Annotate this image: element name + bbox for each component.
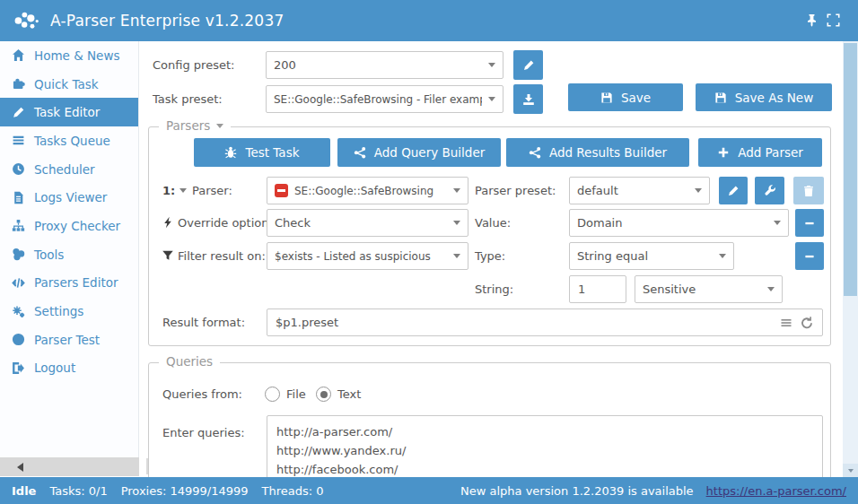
input-value: 1 (578, 282, 617, 296)
download-icon (522, 93, 535, 106)
filter-icon (162, 249, 174, 262)
sidebar-item-task-editor[interactable]: Task Editor (0, 98, 138, 126)
override-value-select[interactable]: Domain (569, 209, 789, 237)
filter-string-label: String: (475, 275, 513, 303)
sidebar-item-logout[interactable]: Logout (0, 354, 138, 383)
caret-down-icon (216, 124, 223, 128)
update-link[interactable]: https://en.a-parser.com/ (706, 484, 846, 498)
menu-icon[interactable] (779, 317, 793, 329)
parser-label: Parser: (192, 177, 232, 204)
sidebar-item-home-news[interactable]: Home & News (0, 41, 138, 70)
config-preset-select[interactable]: 200 (266, 51, 503, 79)
parsers-section: Parsers Test Task Add Query Builder Add … (148, 126, 831, 346)
override-option-select[interactable]: Check (267, 209, 468, 237)
save-as-new-button[interactable]: Save As New (696, 83, 832, 111)
filter-type-select[interactable]: String equal (569, 242, 734, 270)
minus-icon (803, 217, 816, 230)
target-icon (12, 333, 25, 346)
sidebar-item-quick-task[interactable]: Quick Task (0, 70, 138, 99)
queries-from-file-radio[interactable] (265, 387, 280, 402)
add-results-builder-button[interactable]: Add Results Builder (506, 138, 689, 167)
caret-down-icon (695, 188, 702, 193)
update-notice: New alpha version 1.2.2039 is available (460, 484, 694, 498)
parser-preset-label: Parser preset: (475, 177, 556, 204)
sidebar-item-scheduler[interactable]: Scheduler (0, 155, 138, 184)
pin-icon[interactable] (805, 13, 819, 27)
status-state: Idle (12, 484, 36, 498)
selected-value: Check (275, 216, 447, 230)
text-radio-label[interactable]: Text (337, 380, 361, 408)
wrench-icon (764, 185, 776, 197)
selected-value: 200 (274, 58, 482, 72)
remove-override-button[interactable] (795, 209, 824, 237)
vertical-scrollbar-thumb[interactable] (844, 43, 857, 296)
floppy-icon (600, 91, 613, 104)
code-icon (12, 276, 25, 290)
sidebar-item-settings[interactable]: Settings (0, 297, 138, 326)
sidebar-item-label: Task Editor (34, 105, 100, 119)
edit-config-preset-button[interactable] (513, 50, 543, 80)
sidebar: Home & News Quick Task Task Editor Tasks… (0, 41, 139, 457)
sidebar-item-tools[interactable]: Tools (0, 240, 138, 269)
parsers-legend-label: Parsers (166, 118, 210, 133)
selected-value: String equal (577, 249, 713, 263)
caret-down-icon (774, 221, 781, 225)
minus-icon (803, 250, 816, 263)
parser-index: 1: (162, 177, 175, 204)
queries-from-label: Queries from: (162, 380, 242, 408)
app-header: A-Parser Enterprise v1.2.2037 (0, 0, 858, 41)
selected-value: Domain (577, 216, 767, 230)
list-icon (12, 134, 25, 147)
save-button[interactable]: Save (568, 83, 683, 111)
parsers-legend[interactable]: Parsers (159, 118, 231, 133)
fullscreen-icon[interactable] (827, 13, 840, 27)
scroll-down-button[interactable] (843, 464, 858, 477)
task-preset-select[interactable]: SE::Google::SafeBrowsing - Filer example (266, 85, 503, 113)
sidebar-item-label: Scheduler (34, 162, 95, 177)
override-option-label: Override option: (178, 209, 273, 237)
test-task-button[interactable]: Test Task (194, 138, 330, 167)
undo-icon[interactable] (800, 316, 814, 330)
queries-legend-label: Queries (166, 354, 213, 369)
add-query-builder-button[interactable]: Add Query Builder (337, 138, 501, 167)
queries-from-text-radio[interactable] (316, 387, 331, 402)
filter-result-select[interactable]: $exists - Listed as suspicious (267, 242, 468, 270)
parser-options-button[interactable] (755, 177, 784, 204)
parser-preset-select[interactable]: default (569, 177, 710, 204)
collapse-parser-icon[interactable] (179, 188, 187, 193)
bug-icon (224, 146, 237, 159)
share-icon (529, 146, 541, 159)
sidebar-item-parsers-editor[interactable]: Parsers Editor (0, 269, 138, 298)
filter-string-input[interactable]: 1 (569, 275, 626, 303)
document-icon (12, 191, 25, 204)
result-format-input[interactable]: $p1.preset (267, 308, 823, 336)
sidebar-collapse-bar[interactable] (0, 457, 139, 476)
sidebar-item-label: Parser Test (34, 333, 100, 347)
sidebar-item-proxy-checker[interactable]: Proxy Checker (0, 212, 138, 240)
delete-parser-button[interactable] (793, 177, 824, 204)
enter-queries-label: Enter queries: (162, 419, 245, 447)
app-logo-icon (13, 8, 39, 33)
import-preset-button[interactable] (513, 84, 543, 114)
result-format-label: Result format: (162, 308, 245, 336)
caret-down-icon (848, 469, 854, 473)
sidebar-item-logs-viewer[interactable]: Logs Viewer (0, 183, 138, 212)
caret-down-icon (767, 287, 775, 291)
sidebar-item-tasks-queue[interactable]: Tasks Queue (0, 126, 138, 155)
puzzle-icon (12, 77, 25, 91)
gears-icon (12, 305, 25, 318)
caret-down-icon (453, 188, 460, 193)
remove-filter-button[interactable] (795, 242, 824, 270)
sidebar-item-parser-test[interactable]: Parser Test (0, 326, 138, 354)
edit-parser-preset-button[interactable] (719, 177, 748, 204)
selected-value: $exists - Listed as suspicious (275, 250, 447, 263)
pencil-icon (727, 185, 740, 197)
selected-value: Sensitive (643, 282, 761, 296)
filter-case-select[interactable]: Sensitive (635, 275, 783, 303)
input-value: $p1.preset (276, 316, 773, 329)
parser-select[interactable]: SE::Google::SafeBrowsing (267, 177, 468, 204)
file-radio-label[interactable]: File (286, 380, 306, 408)
add-parser-label: Add Parser (738, 145, 803, 160)
add-parser-button[interactable]: Add Parser (698, 138, 822, 167)
add-results-builder-label: Add Results Builder (549, 145, 667, 160)
